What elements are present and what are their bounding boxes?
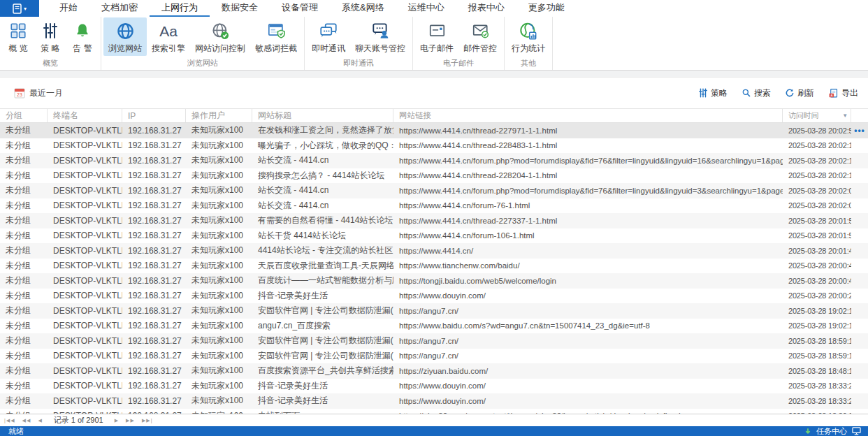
tab-report-center[interactable]: 报表中心 bbox=[456, 0, 516, 17]
column-header-user[interactable]: 操作用户 bbox=[186, 109, 252, 122]
cell-url: https://tongji.baidu.com/web5/welcome/lo… bbox=[393, 277, 783, 285]
task-center-button[interactable]: 任务中心 bbox=[804, 426, 861, 436]
time-filter-arrow-icon[interactable]: ▼ bbox=[842, 112, 848, 119]
column-header-ip[interactable]: IP bbox=[122, 109, 186, 122]
policy-button[interactable]: 策 略 bbox=[34, 17, 66, 56]
export-action-button[interactable]: A 导出 bbox=[828, 87, 858, 99]
refresh-action-button[interactable]: 刷新 bbox=[785, 87, 814, 99]
table-row[interactable]: 未分组 DESKTOP-VLKTLE1 192.168.31.27 未知玩家x1… bbox=[0, 213, 868, 228]
table-row[interactable]: 未分组 DESKTOP-VLKTLE1 192.168.31.27 未知玩家x1… bbox=[0, 273, 868, 289]
tab-more-features[interactable]: 更多功能 bbox=[516, 0, 577, 17]
table-row[interactable]: 未分组 DESKTOP-VLKTLE1 192.168.31.27 未知玩家x1… bbox=[0, 168, 868, 184]
column-header-group[interactable]: 分组 bbox=[0, 109, 48, 122]
instant-message-button[interactable]: 即时通讯 bbox=[307, 17, 350, 56]
cell-user: 未知玩家x100 bbox=[186, 140, 252, 152]
column-header-title[interactable]: 网站标题 bbox=[252, 109, 393, 122]
cell-terminal: DESKTOP-VLKTLE1 bbox=[48, 140, 122, 150]
table-row[interactable]: 未分组 DESKTOP-VLKTLE1 192.168.31.27 未知玩家x1… bbox=[0, 138, 868, 154]
table-row[interactable]: 未分组 DESKTOP-VLKTLE1 192.168.31.27 未知玩家x1… bbox=[0, 303, 868, 319]
svg-text:A: A bbox=[830, 94, 832, 97]
cell-user: 未知玩家x100 bbox=[186, 200, 252, 212]
alert-button[interactable]: 告 警 bbox=[66, 17, 99, 56]
sliders-icon bbox=[698, 88, 708, 98]
app-menu-button[interactable]: ▾ bbox=[0, 0, 39, 17]
chat-account-control-button[interactable]: 聊天账号管控 bbox=[350, 17, 410, 56]
table-row[interactable]: 未分组 DESKTOP-VLKTLE1 192.168.31.27 未知玩家x1… bbox=[0, 183, 868, 198]
date-range-label: 最近一月 bbox=[29, 87, 63, 99]
mail-control-icon bbox=[471, 20, 490, 42]
table-row[interactable]: 未分组 DESKTOP-VLKTLE1 192.168.31.27 未知玩家x1… bbox=[0, 123, 868, 138]
cell-group: 未分组 bbox=[0, 275, 48, 286]
cell-ip: 192.168.31.27 bbox=[122, 231, 186, 240]
search-action-button[interactable]: 搜索 bbox=[742, 87, 771, 99]
cell-user: 未知玩家x100 bbox=[186, 335, 252, 347]
prev-record-button[interactable]: ◀ bbox=[38, 418, 42, 423]
table-row[interactable]: 未分组 DESKTOP-VLKTLE1 192.168.31.27 未知玩家x1… bbox=[0, 259, 868, 274]
cell-time: 2025-03-28 20:02:12 bbox=[783, 171, 851, 180]
cell-time: 2025-03-28 18:48:10 bbox=[783, 367, 851, 375]
cell-user: 未知玩家x100 bbox=[186, 320, 252, 332]
cell-ip: 192.168.31.27 bbox=[122, 366, 186, 376]
tab-home[interactable]: 开始 bbox=[48, 0, 89, 17]
cell-time: 2025-03-28 20:00:25 bbox=[783, 291, 851, 300]
cell-actions: ••• bbox=[851, 126, 868, 136]
group-label-email: 电子邮件 bbox=[415, 58, 502, 70]
record-position-label: 记录 1 of 2901 bbox=[54, 415, 103, 426]
behavior-stats-button[interactable]: 行为统计 bbox=[507, 17, 550, 56]
table-body: 未分组 DESKTOP-VLKTLE1 192.168.31.27 未知玩家x1… bbox=[0, 123, 868, 414]
table-row[interactable]: 未分组 DESKTOP-VLKTLE1 192.168.31.27 未知玩家x1… bbox=[0, 349, 868, 364]
prev-block-button[interactable]: ◀◀ bbox=[22, 418, 31, 423]
cell-group: 未分组 bbox=[0, 124, 48, 136]
sensitive-word-block-button[interactable]: 敏感词拦截 bbox=[250, 17, 302, 56]
cell-user: 未知玩家x100 bbox=[186, 124, 252, 136]
table-row[interactable]: 未分组 DESKTOP-VLKTLE1 192.168.31.27 未知玩家x1… bbox=[0, 289, 868, 304]
table-row[interactable]: 未分组 DESKTOP-VLKTLE1 192.168.31.27 未知玩家x1… bbox=[0, 363, 868, 379]
search-icon bbox=[742, 88, 751, 98]
first-page-button[interactable]: |◀◀ bbox=[4, 418, 15, 423]
column-header-terminal[interactable]: 终端名 bbox=[48, 109, 122, 122]
policy-action-button[interactable]: 策略 bbox=[698, 87, 728, 99]
tab-ops-center[interactable]: 运维中心 bbox=[396, 0, 456, 17]
row-actions-icon[interactable]: ••• bbox=[854, 126, 865, 136]
next-record-button[interactable]: ▶ bbox=[115, 418, 119, 423]
table-row[interactable]: 未分组 DESKTOP-VLKTLE1 192.168.31.27 未知玩家x1… bbox=[0, 153, 868, 168]
next-block-button[interactable]: ▶▶ bbox=[126, 418, 135, 423]
table-row[interactable]: 未分组 DESKTOP-VLKTLE1 192.168.31.27 未知玩家x1… bbox=[0, 409, 868, 414]
table-row[interactable]: 未分组 DESKTOP-VLKTLE1 192.168.31.27 未知玩家x1… bbox=[0, 319, 868, 334]
cell-user: 未知玩家x100 bbox=[186, 305, 252, 317]
cell-terminal: DESKTOP-VLKTLE1 bbox=[48, 201, 122, 210]
cell-time: 2025-03-28 19:02:17 bbox=[783, 321, 851, 330]
tab-system-network[interactable]: 系统&网络 bbox=[330, 0, 396, 17]
cell-url: https://www.douyin.com/ bbox=[393, 291, 783, 300]
last-page-button[interactable]: ▶▶| bbox=[142, 418, 153, 423]
browse-websites-button[interactable]: 浏览网站 bbox=[103, 17, 147, 56]
cell-group: 未分组 bbox=[0, 140, 48, 152]
cell-title: 天辰百度收录批量查询工具-天辰网络 bbox=[252, 260, 393, 272]
alert-bell-icon bbox=[74, 20, 91, 42]
site-access-control-button[interactable]: 网站访问控制 bbox=[190, 17, 250, 56]
table-row[interactable]: 未分组 DESKTOP-VLKTLE1 192.168.31.27 未知玩家x1… bbox=[0, 228, 868, 244]
cell-ip: 192.168.31.27 bbox=[122, 351, 186, 361]
tab-doc-encrypt[interactable]: 文档加密 bbox=[89, 0, 150, 17]
cell-group: 未分组 bbox=[0, 335, 48, 347]
table-row[interactable]: 未分组 DESKTOP-VLKTLE1 192.168.31.27 未知玩家x1… bbox=[0, 243, 868, 259]
cell-title: 抖音-记录美好生活 bbox=[252, 395, 393, 407]
table-row[interactable]: 未分组 DESKTOP-VLKTLE1 192.168.31.27 未知玩家x1… bbox=[0, 333, 868, 349]
email-button[interactable]: 电子邮件 bbox=[415, 17, 458, 56]
ribbon-group-browse: 浏览网站 Aa 搜索引擎 网站访问控制 敏感词拦截 bbox=[101, 17, 305, 70]
tab-device-management[interactable]: 设备管理 bbox=[270, 0, 330, 17]
filter-actions: 策略 搜索 刷新 A 导出 bbox=[698, 87, 858, 99]
cell-ip: 192.168.31.27 bbox=[122, 396, 186, 406]
column-header-url[interactable]: 网站链接 bbox=[393, 109, 783, 122]
tab-data-security[interactable]: 数据安全 bbox=[210, 0, 270, 17]
table-row[interactable]: 未分组 DESKTOP-VLKTLE1 192.168.31.27 未知玩家x1… bbox=[0, 198, 868, 214]
mail-control-button[interactable]: 邮件管控 bbox=[458, 17, 502, 56]
table-row[interactable]: 未分组 DESKTOP-VLKTLE1 192.168.31.27 未知玩家x1… bbox=[0, 379, 868, 394]
overview-button[interactable]: 概 览 bbox=[2, 17, 34, 56]
tab-internet-behavior[interactable]: 上网行为 bbox=[150, 0, 210, 17]
search-engine-button[interactable]: Aa 搜索引擎 bbox=[147, 17, 190, 56]
date-range-selector[interactable]: 23 最近一月 bbox=[14, 87, 63, 99]
table-row[interactable]: 未分组 DESKTOP-VLKTLE1 192.168.31.27 未知玩家x1… bbox=[0, 393, 868, 409]
column-header-time[interactable]: 访问时间 ▼ bbox=[783, 109, 851, 122]
monitor-icon[interactable] bbox=[852, 427, 861, 435]
